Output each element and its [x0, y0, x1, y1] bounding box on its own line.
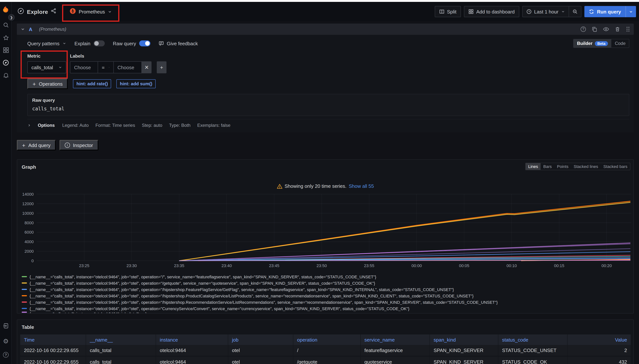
query-ref-id: A	[29, 26, 32, 32]
give-feedback-link[interactable]: Give feedback	[159, 40, 198, 46]
help-icon[interactable]: ?	[0, 352, 12, 358]
time-range-picker[interactable]: Last 1 hour	[522, 6, 568, 17]
builder-code-switch: Builder Beta Code	[573, 39, 629, 48]
duplicate-icon[interactable]	[592, 26, 597, 32]
query-options-row[interactable]: Options Legend: AutoFormat: Time seriesS…	[27, 119, 629, 129]
svg-text:23:50: 23:50	[316, 263, 327, 268]
trash-icon[interactable]	[615, 26, 620, 32]
graph-mode-bars[interactable]: Bars	[540, 163, 554, 170]
graph-panel: Graph LinesBarsPointsStacked linesStacke…	[17, 159, 634, 314]
explore-compass-icon[interactable]	[0, 60, 12, 66]
svg-text:00:05: 00:05	[459, 263, 469, 268]
svg-text:00:10: 00:10	[506, 263, 517, 268]
legend-item[interactable]: {__name__="calls_total", instance="otelc…	[22, 292, 630, 299]
label-name-select[interactable]: Choose	[70, 61, 98, 73]
operations-button[interactable]: + Operations	[27, 78, 68, 89]
series-limit-warning: Showing only 20 time series. Show all 55	[20, 183, 630, 189]
column-header-instance[interactable]: instance	[156, 334, 228, 345]
column-header-operation[interactable]: operation	[293, 334, 361, 345]
run-query-button[interactable]: Run query	[584, 6, 626, 17]
star-icon[interactable]	[0, 35, 12, 41]
hint-add-sum-button[interactable]: hint: add sum()	[116, 79, 156, 88]
svg-text:8000: 8000	[24, 220, 34, 225]
legend-swatch	[22, 289, 27, 290]
graph-plot[interactable]: 0200040006000800010000120001400023:2523:…	[20, 193, 631, 268]
drag-handle-icon[interactable]	[626, 26, 630, 32]
graph-mode-points[interactable]: Points	[554, 163, 571, 170]
column-header-name[interactable]: __name__	[86, 334, 156, 345]
explain-toggle[interactable]	[93, 40, 104, 46]
raw-query-text: calls_total	[32, 106, 624, 112]
remove-label-filter-button[interactable]: ✕	[142, 61, 152, 73]
graph-mode-tabs: LinesBarsPointsStacked linesStacked bars	[525, 163, 630, 170]
query-header-actions: ?	[581, 26, 630, 32]
query-row-header[interactable]: A (Prometheus) ?	[17, 24, 634, 35]
legend-item[interactable]: {__name__="calls_total", instance="otelc…	[22, 299, 630, 305]
dashboards-icon[interactable]	[0, 47, 12, 53]
svg-text:0: 0	[32, 258, 34, 263]
legend-item[interactable]: {__name__="calls_total", instance="otelc…	[22, 312, 630, 314]
query-help-icon[interactable]: ?	[581, 26, 586, 32]
settings-gear-icon[interactable]: ⚙	[0, 338, 12, 344]
raw-query-label: Raw query	[113, 40, 136, 46]
browser-edge-strip	[0, 0, 639, 2]
chevron-down-icon	[561, 10, 565, 14]
alerting-bell-icon[interactable]	[0, 72, 12, 78]
column-header-statuscode[interactable]: status_code	[498, 334, 568, 345]
chevron-down-icon	[108, 66, 110, 69]
zoom-out-time-button[interactable]	[568, 6, 581, 17]
query-patterns-dropdown[interactable]: Query patterns	[27, 40, 66, 46]
add-query-button[interactable]: + Add query	[17, 140, 56, 150]
chart-area: 0200040006000800010000120001400023:2523:…	[20, 193, 630, 270]
table-cell: calls_total	[86, 345, 156, 356]
table-cell: SPAN_KIND_SERVER	[430, 356, 498, 364]
option-item: Legend: Auto	[62, 122, 89, 128]
sidebar-expand-button[interactable]: ❯	[8, 14, 14, 20]
column-header-time[interactable]: Time	[20, 334, 86, 345]
metric-select[interactable]: calls_total	[27, 61, 66, 73]
table-cell: 2022-10-16 00:22:29.655	[20, 356, 86, 364]
legend-swatch	[22, 276, 27, 277]
add-to-dashboard-button[interactable]: Add to dashboard	[464, 6, 519, 17]
code-tab[interactable]: Code	[612, 39, 629, 48]
share-icon[interactable]	[51, 8, 56, 15]
legend-item[interactable]: {__name__="calls_total", instance="otelc…	[22, 305, 630, 312]
column-header-job[interactable]: job	[228, 334, 293, 345]
builder-tab[interactable]: Builder Beta	[574, 39, 612, 48]
hint-add-rate-button[interactable]: hint: add rate()	[73, 79, 111, 88]
legend-item[interactable]: {__name__="calls_total", instance="otelc…	[22, 274, 630, 280]
collapse-chevron-icon[interactable]	[20, 27, 25, 32]
add-label-filter-button[interactable]: +	[157, 61, 166, 73]
raw-query-toggle[interactable]	[139, 40, 150, 46]
search-icon[interactable]	[0, 22, 12, 28]
grafana-logo-icon[interactable]	[0, 6, 12, 14]
disable-eye-icon[interactable]	[603, 26, 609, 32]
graph-mode-lines[interactable]: Lines	[526, 163, 541, 170]
operations-row: + Operations hint: add rate() hint: add …	[27, 78, 629, 89]
inspector-button[interactable]: i Inspector	[60, 140, 98, 150]
query-actions-row: + Add query i Inspector	[17, 140, 634, 150]
graph-mode-stacked-lines[interactable]: Stacked lines	[571, 163, 601, 170]
label-value-select[interactable]: Choose	[114, 61, 142, 73]
label-operator-select[interactable]: =	[98, 61, 114, 73]
legend-item[interactable]: {__name__="calls_total", instance="otelc…	[22, 286, 630, 292]
graph-mode-stacked-bars[interactable]: Stacked bars	[601, 163, 630, 170]
svg-text:6000: 6000	[24, 230, 34, 234]
column-header-spankind[interactable]: span_kind	[430, 334, 498, 345]
legend-item[interactable]: {__name__="calls_total", instance="otelc…	[22, 280, 630, 286]
sign-in-icon[interactable]	[0, 323, 12, 329]
explore-title: Explore	[18, 8, 56, 16]
column-header-value[interactable]: Value	[568, 334, 631, 345]
option-item: Type: Both	[169, 122, 190, 128]
svg-text:10000: 10000	[22, 211, 34, 216]
run-query-dropdown[interactable]	[626, 6, 636, 17]
option-item: Step: auto	[142, 122, 162, 128]
svg-text:12000: 12000	[22, 202, 34, 206]
show-all-series-link[interactable]: Show all 55	[349, 183, 374, 189]
split-button[interactable]: Split	[434, 6, 461, 17]
column-header-servicename[interactable]: service_name	[361, 334, 430, 345]
prometheus-logo-icon	[70, 8, 76, 15]
query-editor-body: Query patterns Explain Raw query Give fe…	[17, 35, 634, 132]
explore-compass-badge-icon	[18, 8, 24, 16]
datasource-picker[interactable]: Prometheus	[66, 6, 116, 17]
